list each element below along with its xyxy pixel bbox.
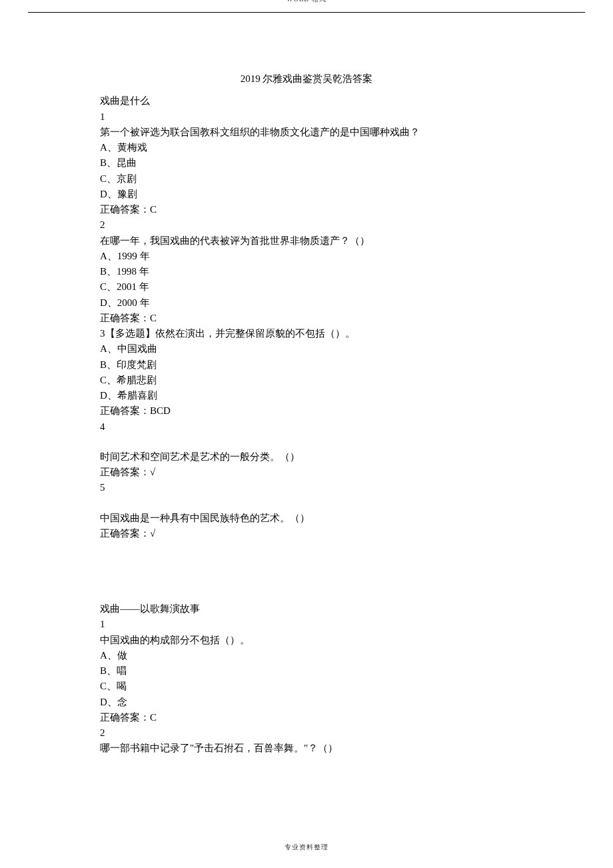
section-heading: 戏曲是什么 — [100, 93, 513, 109]
blank-line — [100, 496, 513, 511]
option-c: C、喝 — [100, 679, 513, 694]
question-number: 2 — [100, 725, 513, 741]
option-b: B、印度梵剧 — [100, 357, 513, 373]
option-b: B、昆曲 — [100, 155, 513, 171]
header-rule — [28, 12, 585, 13]
document-body: 2019 尔雅戏曲鉴赏吴乾浩答案 戏曲是什么 1 第一个被评选为联合国教科文组织… — [100, 71, 513, 757]
option-d: D、2000 年 — [100, 295, 513, 311]
question-number: 1 — [100, 109, 513, 125]
option-a: A、中国戏曲 — [100, 341, 513, 357]
document-page: WORD 格式 2019 尔雅戏曲鉴赏吴乾浩答案 戏曲是什么 1 第一个被评选为… — [0, 0, 613, 863]
question-number: 4 — [100, 419, 513, 435]
question-text: 中国戏曲的构成部分不包括（）。 — [100, 633, 513, 648]
question-text: 3【多选题】依然在演出，并完整保留原貌的不包括（）。 — [100, 326, 513, 341]
option-c: C、希腊悲剧 — [100, 373, 513, 388]
option-b: B、1998 年 — [100, 264, 513, 279]
section-gap — [100, 541, 513, 601]
option-c: C、2001 年 — [100, 279, 513, 295]
option-a: A、做 — [100, 648, 513, 663]
option-a: A、1999 年 — [100, 249, 513, 264]
answer-text: 正确答案：C — [100, 311, 513, 326]
answer-text: 正确答案：C — [100, 710, 513, 725]
answer-text: 正确答案：√ — [100, 465, 513, 480]
question-number: 1 — [100, 617, 513, 632]
answer-text: 正确答案：√ — [100, 526, 513, 541]
option-d: D、豫剧 — [100, 187, 513, 202]
option-a: A、黄梅戏 — [100, 140, 513, 155]
option-d: D、希腊喜剧 — [100, 388, 513, 403]
question-text: 哪一部书籍中记录了"予击石拊石，百兽率舞。"？（） — [100, 741, 513, 756]
blank-line — [100, 435, 513, 449]
option-c: C、京剧 — [100, 171, 513, 187]
document-title: 2019 尔雅戏曲鉴赏吴乾浩答案 — [100, 71, 513, 87]
question-number: 5 — [100, 480, 513, 495]
question-text: 在哪一年，我国戏曲的代表被评为首批世界非物质遗产？（） — [100, 233, 513, 249]
option-b: B、唱 — [100, 663, 513, 679]
answer-text: 正确答案：C — [100, 202, 513, 217]
question-number: 2 — [100, 217, 513, 233]
page-header: WORD 格式 — [0, 0, 613, 4]
answer-text: 正确答案：BCD — [100, 403, 513, 419]
question-text: 时间艺术和空间艺术是艺术的一般分类。（） — [100, 449, 513, 465]
option-d: D、念 — [100, 695, 513, 710]
question-text: 中国戏曲是一种具有中国民族特色的艺术。（） — [100, 511, 513, 526]
page-footer: 专业资料整理 — [0, 843, 613, 852]
question-text: 第一个被评选为联合国教科文组织的非物质文化遗产的是中国哪种戏曲？ — [100, 125, 513, 140]
section-heading: 戏曲——以歌舞演故事 — [100, 601, 513, 617]
